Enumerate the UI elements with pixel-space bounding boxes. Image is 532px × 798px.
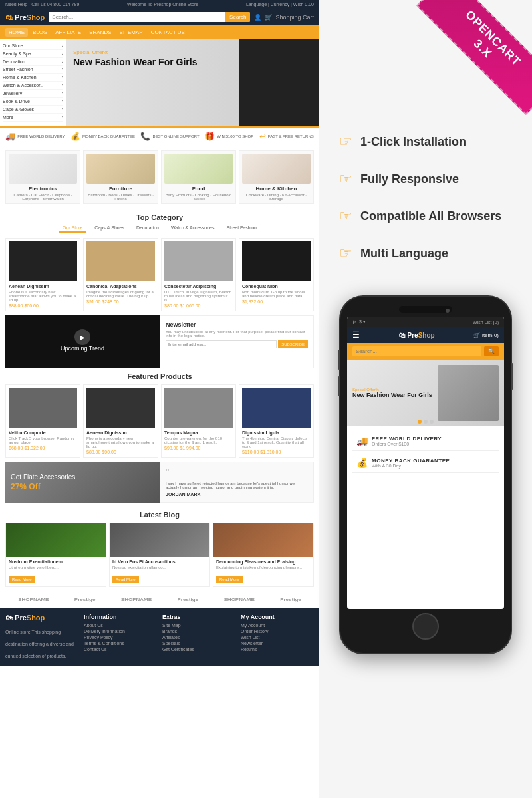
feature-multilang-text: Multi Language	[360, 247, 448, 261]
sidebar-cat-jewellery[interactable]: Jewellery ›	[3, 90, 63, 98]
footer-newsletter-link[interactable]: Newsletter	[241, 641, 314, 646]
search-button[interactable]: Search	[225, 12, 250, 22]
newsletter-subscribe-button[interactable]: SUBSCRIBE	[278, 340, 308, 348]
cat-furniture[interactable]: Furniture Bathroom · Beds · Desks · Dres…	[83, 150, 158, 204]
footer-link-privacy[interactable]: Privacy Policy	[84, 635, 157, 640]
tab-ourstore[interactable]: Our Store	[59, 224, 86, 233]
footer-link-delivery[interactable]: Delivery information	[84, 629, 157, 634]
nav-sitemap[interactable]: SITEMAP	[116, 28, 146, 37]
featured-image-4	[242, 388, 311, 428]
sidebar-cat-more[interactable]: More ›	[3, 114, 63, 122]
footer-orders-link[interactable]: Order History	[241, 629, 314, 634]
tab-caps[interactable]: Caps & Shoes	[90, 224, 128, 233]
cat-home[interactable]: Home & Kitchen Cookware · Dining · Kit-A…	[239, 150, 314, 204]
featured-price-3: $98.00 $1,994.00	[164, 446, 233, 450]
play-button[interactable]: ▶	[74, 329, 90, 345]
footer-extras-affiliates[interactable]: Affiliates	[162, 635, 235, 640]
phone-cart-icon[interactable]: 🛒 Item(0)	[473, 332, 499, 338]
blog-read-more-1[interactable]: Read More	[9, 576, 35, 583]
nav-brands[interactable]: BRANDS	[86, 28, 114, 37]
phone-topbar: 🏳 $ ▾ Wish List (0)	[347, 317, 504, 327]
phone-hero-image: Special Offer% New Fashion Wear For Girl…	[347, 360, 504, 426]
cat-home-name: Home & Kitchen	[242, 186, 311, 192]
nav-home[interactable]: HOME	[5, 28, 28, 37]
product-card-4[interactable]: Consequat Nibh Non morbi cum. Go up to t…	[239, 238, 314, 311]
feat-returns-text: FAST & FREE RETURNS	[268, 134, 314, 138]
search-input[interactable]	[49, 12, 225, 22]
featured-product-3[interactable]: Tempus Magna Counter pre-payment for the…	[161, 384, 236, 458]
footer-link-contact[interactable]: Contact Us	[84, 647, 157, 652]
product-card-1[interactable]: Aenean Dignissim Phone is a secondary ne…	[5, 238, 80, 311]
blog-image-2	[110, 523, 209, 557]
return-icon: ↩	[259, 132, 266, 141]
featured-image-2	[86, 388, 155, 428]
footer-wishlist-link[interactable]: Wish List	[241, 635, 314, 640]
opencart-banner: OPENCART3.X	[399, 0, 532, 133]
phone-hamburger-icon[interactable]: ☰	[352, 331, 360, 340]
footer-returns-link[interactable]: Returns	[241, 647, 314, 652]
cart-icon[interactable]: 🛒	[265, 14, 272, 21]
phone-search-button[interactable]: 🔍	[484, 346, 499, 356]
phone-hero: Special Offer% New Fashion Wear For Girl…	[347, 360, 504, 426]
blog-card-title-3: Denouncing Pleasures and Praising	[216, 559, 311, 564]
product-card-3[interactable]: Consectetur Adipiscing UTC Truch. In vit…	[161, 238, 236, 311]
sidebar-cat-book[interactable]: Book & Drive ›	[3, 98, 63, 106]
footer-extras-brands[interactable]: Brands	[162, 629, 235, 634]
nav-affiliate[interactable]: AFFILIATE	[52, 28, 84, 37]
cat-home-sub: Cookware · Dining · Kit-Accessor · Stora…	[242, 193, 311, 201]
featured-product-2[interactable]: Aenean Dignissim Phone is a secondary ne…	[83, 384, 158, 458]
sidebar-cat-cape[interactable]: Cape & Gloves ›	[3, 106, 63, 114]
sidebar-cat-beauty[interactable]: Beauty & Spa ›	[3, 50, 63, 58]
product-card-2[interactable]: Canonical Adaptations Imagine the advant…	[83, 238, 158, 311]
price-old-1: $88.00	[9, 303, 23, 308]
testimonial-box: " I say I have suffered rejected humor a…	[160, 462, 314, 503]
blog-read-more-2[interactable]: Read More	[112, 576, 139, 583]
nav-contact[interactable]: CONTACT US	[148, 28, 188, 37]
phone-dot-1[interactable]	[418, 420, 422, 424]
sidebar-cat-watch[interactable]: Watch & Accessor.. ›	[3, 82, 63, 90]
tab-street[interactable]: Street Fashion	[222, 224, 261, 233]
phone-currency: $ ▾	[359, 319, 366, 325]
cat-food[interactable]: Food Baby Products · Cooking · Household…	[161, 150, 236, 204]
sidebar-cat-decoration[interactable]: Decoration ›	[3, 58, 63, 66]
blog-card-2[interactable]: Id Vero Eos Et Accusantibus Nostrud exer…	[109, 523, 210, 587]
site-search-bar[interactable]: Search	[49, 12, 250, 22]
footer-myaccount-link[interactable]: My Account	[241, 623, 314, 628]
phone-dot-3[interactable]	[430, 420, 434, 424]
tab-decoration[interactable]: Decoration	[132, 224, 163, 233]
cat-electronics[interactable]: Electronics Camera · Cat Electr · Cellph…	[5, 150, 80, 204]
tab-watch[interactable]: Watch & Accessories	[167, 224, 219, 233]
feature-1click: ☞ 1-Click Installation	[339, 133, 512, 150]
sidebar-cat-home[interactable]: Home & Kitchen ›	[3, 74, 63, 82]
testimonial-author: JORDAN MARK	[166, 492, 308, 497]
truck-icon: 🚚	[5, 132, 15, 141]
trending-newsletter-section: ▶ Upcoming Trend Newsletter You may unsu…	[5, 315, 314, 368]
account-icon[interactable]: 👤	[254, 14, 261, 21]
newsletter-email-input[interactable]	[166, 340, 277, 348]
blog-read-more-3[interactable]: Read More	[216, 576, 243, 583]
phone-search-input[interactable]	[352, 346, 481, 356]
blog-card-1[interactable]: Nostrum Exercitationem Ut ut eum vitae v…	[5, 523, 106, 587]
phone-flag-icon: 🏳	[352, 320, 357, 325]
featured-product-4[interactable]: Dignissim Ligula The 4b micro Central Di…	[239, 384, 314, 458]
website-screenshot: Need Help - Call us 04 800 014 789 Welco…	[0, 0, 319, 798]
feature-browsers-text: Compatible All Browsers	[360, 209, 501, 223]
featured-product-1[interactable]: Velibu Comporte Click Track 5 your brows…	[5, 384, 80, 458]
feature-multilang: ☞ Multi Language	[339, 245, 512, 262]
sidebar-cat-ourstore[interactable]: Our Store ›	[3, 42, 63, 50]
discount-box: Get Flate Accessories 27% Off	[5, 462, 160, 503]
footer-link-terms[interactable]: Terms & Conditions	[84, 641, 157, 646]
nav-blog[interactable]: BLOG	[29, 28, 51, 37]
phone-money-title: MONEY BACK GUARANTEE	[372, 458, 450, 464]
price-new-3: $1,065.00	[180, 303, 200, 308]
footer-extras-sitemap[interactable]: Site Map	[162, 623, 235, 628]
phone-home-button[interactable]	[412, 613, 439, 640]
phone-dot-2[interactable]	[424, 420, 428, 424]
footer-extras-gift[interactable]: Gift Certificates	[162, 647, 235, 652]
phone-topbar-left: 🏳 $ ▾	[352, 319, 366, 325]
sidebar-cat-street[interactable]: Street Fashion ›	[3, 66, 63, 74]
footer-link-about[interactable]: About Us	[84, 623, 157, 628]
phone-speaker	[446, 309, 450, 313]
blog-card-3[interactable]: Denouncing Pleasures and Praising Explai…	[213, 523, 314, 587]
footer-extras-specials[interactable]: Specials	[162, 641, 235, 646]
